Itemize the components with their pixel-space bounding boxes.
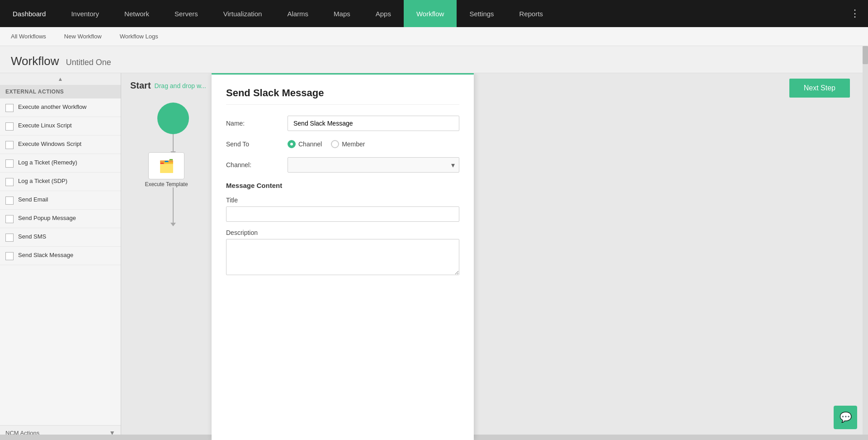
name-row: Name: [226, 116, 459, 131]
modal-title: Send Slack Message [226, 87, 459, 105]
sidebar-checkbox-send-slack[interactable] [5, 252, 14, 260]
top-navigation: Dashboard Inventory Network Servers Virt… [0, 0, 868, 27]
nav-alarms[interactable]: Alarms [274, 0, 321, 27]
title-input[interactable] [226, 206, 459, 222]
subnav-all-workflows[interactable]: All Workflows [7, 33, 50, 40]
sidebar-item-send-slack[interactable]: Send Slack Message [0, 247, 121, 265]
sidebar-checkbox-send-sms[interactable] [5, 234, 14, 242]
sidebar-checkbox-log-ticket-sdp[interactable] [5, 178, 14, 186]
subnav-new-workflow[interactable]: New Workflow [61, 33, 105, 40]
more-options-icon[interactable]: ⋮ [850, 8, 861, 19]
sidebar-scroll-up[interactable]: ▲ [0, 73, 121, 85]
sidebar-checkbox-log-ticket-remedy[interactable] [5, 159, 14, 168]
name-label: Name: [226, 120, 280, 127]
page-title-bar: Workflow Untitled One [0, 46, 868, 73]
nav-workflow[interactable]: Workflow [404, 0, 457, 27]
nav-virtualization[interactable]: Virtualization [211, 0, 275, 27]
sidebar-item-execute-workflow[interactable]: Execute another Workflow [0, 98, 121, 117]
actions-sidebar: ▲ External Actions Execute another Workf… [0, 73, 121, 440]
description-field-label: Description [226, 229, 459, 236]
sidebar-label-execute-windows: Execute Windows Script [18, 140, 81, 148]
nav-inventory[interactable]: Inventory [58, 0, 112, 27]
nav-servers[interactable]: Servers [162, 0, 211, 27]
sidebar-item-send-popup[interactable]: Send Popup Message [0, 210, 121, 228]
channel-radio-button[interactable] [288, 140, 296, 148]
chat-button[interactable]: 💬 [834, 406, 857, 429]
member-radio-option[interactable]: Member [331, 140, 365, 148]
name-input[interactable] [288, 116, 459, 131]
sidebar-checkbox-execute-windows[interactable] [5, 141, 14, 149]
nav-dashboard[interactable]: Dashboard [0, 0, 58, 27]
title-field-label: Title [226, 197, 459, 204]
nav-reports[interactable]: Reports [507, 0, 556, 27]
description-textarea[interactable] [226, 239, 459, 275]
sidebar-label-send-slack: Send Slack Message [18, 251, 73, 259]
channel-row: Channel: [226, 157, 459, 173]
nav-maps[interactable]: Maps [321, 0, 363, 27]
sidebar-checkbox-send-popup[interactable] [5, 215, 14, 223]
message-content-header: Message Content [226, 182, 459, 189]
title-field-container: Title [226, 197, 459, 229]
sidebar-label-log-ticket-sdp: Log a Ticket (SDP) [18, 177, 67, 185]
sidebar-item-send-sms[interactable]: Send SMS [0, 228, 121, 247]
channel-radio-option[interactable]: Channel [288, 140, 322, 148]
channel-select-wrapper [288, 157, 459, 173]
sidebar-label-execute-linux: Execute Linux Script [18, 122, 72, 130]
sidebar-item-execute-windows[interactable]: Execute Windows Script [0, 136, 121, 154]
send-slack-modal: Send Slack Message Name: Send To Channel [212, 73, 474, 440]
nav-apps[interactable]: Apps [363, 0, 404, 27]
sidebar-label-log-ticket-remedy: Log a Ticket (Remedy) [18, 159, 77, 167]
main-layout: ▲ External Actions Execute another Workf… [0, 73, 868, 440]
channel-radio-label: Channel [298, 140, 322, 148]
sidebar-section-header: External Actions [0, 85, 121, 98]
workflow-canvas-area: Start Drag and drop w... Next Step 🗂️ Ex… [121, 73, 868, 440]
page-title: Workflow Untitled One [11, 54, 857, 68]
sidebar-item-send-email[interactable]: Send Email [0, 191, 121, 210]
member-radio-button[interactable] [331, 140, 339, 148]
chat-icon: 💬 [840, 412, 852, 423]
nav-network[interactable]: Network [112, 0, 162, 27]
sidebar-checkbox-send-email[interactable] [5, 197, 14, 205]
modal-overlay: Send Slack Message Name: Send To Channel [121, 73, 868, 440]
nav-settings[interactable]: Settings [457, 0, 506, 27]
subnav-workflow-logs[interactable]: Workflow Logs [116, 33, 162, 40]
send-to-label: Send To [226, 140, 280, 148]
sidebar-checkbox-execute-linux[interactable] [5, 122, 14, 131]
sub-navigation: All Workflows New Workflow Workflow Logs [0, 27, 868, 46]
sidebar-checkbox-execute-workflow[interactable] [5, 104, 14, 112]
sidebar-item-log-ticket-remedy[interactable]: Log a Ticket (Remedy) [0, 154, 121, 173]
sidebar-item-execute-linux[interactable]: Execute Linux Script [0, 117, 121, 136]
channel-label: Channel: [226, 161, 280, 169]
member-radio-label: Member [342, 140, 365, 148]
sidebar-item-log-ticket-sdp[interactable]: Log a Ticket (SDP) [0, 173, 121, 191]
send-to-radio-group: Channel Member [288, 140, 459, 148]
send-to-row: Send To Channel Member [226, 140, 459, 148]
sidebar-label-send-sms: Send SMS [18, 233, 46, 241]
description-field-container: Description [226, 229, 459, 277]
sidebar-label-send-popup: Send Popup Message [18, 214, 76, 222]
channel-select[interactable] [288, 157, 459, 173]
right-scrollbar-thumb[interactable] [863, 46, 868, 64]
sidebar-label-send-email: Send Email [18, 196, 48, 204]
sidebar-label-execute-workflow: Execute another Workflow [18, 103, 87, 111]
